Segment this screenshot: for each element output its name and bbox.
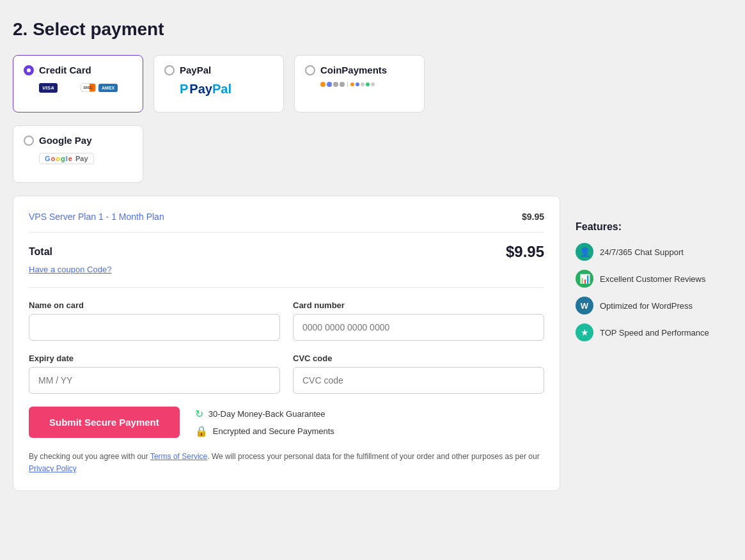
chart-icon: 📊: [576, 270, 593, 288]
right-column: Features: 👤 24/7/365 Chat Support 📊 Exce…: [576, 55, 729, 491]
card-number-group: Card number: [293, 300, 544, 341]
cvc-input[interactable]: [293, 367, 544, 394]
wordpress-icon: W: [576, 297, 593, 315]
expiry-date-group: Expiry date: [29, 354, 280, 394]
secure-payments-text: Encrypted and Secure Payments: [213, 426, 334, 436]
terms-prefix: By checking out you agree with our: [29, 452, 150, 461]
main-layout: Credit Card VISA DISC AMEX PayPal: [13, 55, 729, 491]
payment-methods: Credit Card VISA DISC AMEX PayPal: [13, 55, 560, 113]
features-section: Features: 👤 24/7/365 Chat Support 📊 Exce…: [576, 221, 729, 341]
payment-option-google-pay[interactable]: Google Pay Google Pay: [13, 125, 143, 183]
money-back-text: 30-Day Money-Back Guarantee: [208, 409, 325, 419]
form-expiry-cvc-row: Expiry date CVC code: [29, 354, 544, 394]
feature-wordpress: W Optimized for WordPress: [576, 297, 729, 315]
feature-reviews-text: Excellent Customer Reviews: [600, 274, 705, 284]
google-pay-label: Google Pay: [39, 135, 92, 146]
paypal-logo: P PayPal: [164, 82, 273, 97]
feature-speed-text: TOP Speed and Performance: [600, 328, 709, 338]
expiry-date-input[interactable]: [29, 367, 280, 394]
feature-speed: ★ TOP Speed and Performance: [576, 323, 729, 341]
name-on-card-label: Name on card: [29, 300, 280, 310]
feature-chat-text: 24/7/365 Chat Support: [600, 247, 684, 257]
privacy-policy-link[interactable]: Privacy Policy: [29, 464, 77, 473]
card-number-input[interactable]: [293, 314, 544, 341]
total-amount: $9.95: [506, 243, 544, 261]
features-title: Features:: [576, 221, 729, 233]
terms-middle: . We will process your personal data for…: [207, 452, 539, 461]
card-icons: VISA DISC AMEX: [24, 82, 132, 93]
trust-badges: ↻ 30-Day Money-Back Guarantee 🔒 Encrypte…: [195, 408, 334, 437]
payment-option-credit-card[interactable]: Credit Card VISA DISC AMEX: [13, 55, 143, 113]
terms-text: By checking out you agree with our Terms…: [29, 451, 544, 475]
coinpayments-label: CoinPayments: [320, 65, 387, 75]
amex-icon: AMEX: [98, 84, 118, 92]
google-pay-logo: Google Pay: [39, 153, 94, 164]
name-on-card-group: Name on card: [29, 300, 280, 341]
page-title: 2. Select payment: [13, 19, 732, 40]
secure-payments-badge: 🔒 Encrypted and Secure Payments: [195, 425, 334, 437]
form-name-card-row: Name on card Card number: [29, 300, 544, 341]
feature-customer-reviews: 📊 Excellent Customer Reviews: [576, 270, 729, 288]
mastercard-icon: [60, 82, 78, 93]
feature-wordpress-text: Optimized for WordPress: [600, 301, 693, 311]
left-column: Credit Card VISA DISC AMEX PayPal: [13, 55, 560, 491]
order-plan-row: VPS Server Plan 1 - 1 Month Plan $9.95: [29, 212, 544, 233]
terms-of-service-link[interactable]: Terms of Service: [150, 452, 207, 461]
expiry-date-label: Expiry date: [29, 354, 280, 363]
total-label: Total: [29, 246, 52, 258]
payment-option-paypal[interactable]: PayPal P PayPal: [153, 55, 284, 113]
submit-row: Submit Secure Payment ↻ 30-Day Money-Bac…: [29, 407, 544, 438]
name-on-card-input[interactable]: [29, 314, 280, 341]
feature-chat-support: 👤 24/7/365 Chat Support: [576, 243, 729, 261]
coinpayments-icon: [305, 82, 414, 87]
cvc-group: CVC code: [293, 354, 544, 394]
cvc-label: CVC code: [293, 354, 544, 363]
visa-icon: VISA: [39, 83, 58, 93]
order-section: VPS Server Plan 1 - 1 Month Plan $9.95 T…: [13, 196, 560, 491]
credit-card-label: Credit Card: [39, 65, 91, 75]
total-row: Total $9.95: [29, 243, 544, 261]
radio-coinpayments[interactable]: [305, 65, 315, 75]
submit-payment-button[interactable]: Submit Secure Payment: [29, 407, 180, 438]
payment-option-coinpayments[interactable]: CoinPayments: [294, 55, 425, 113]
refresh-icon: ↻: [195, 408, 203, 420]
plan-name: VPS Server Plan 1 - 1 Month Plan: [29, 212, 164, 222]
person-icon: 👤: [576, 243, 593, 261]
radio-paypal[interactable]: [164, 65, 175, 75]
radio-credit-card[interactable]: [24, 65, 34, 75]
paypal-label: PayPal: [180, 65, 211, 75]
radio-google-pay[interactable]: [24, 136, 34, 146]
google-pay-row: Google Pay Google Pay: [13, 125, 560, 183]
form-divider: [29, 287, 544, 288]
money-back-badge: ↻ 30-Day Money-Back Guarantee: [195, 408, 334, 420]
lock-icon: 🔒: [195, 425, 208, 437]
star-icon: ★: [576, 323, 593, 341]
plan-price: $9.95: [522, 212, 544, 222]
discover-icon: DISC: [81, 83, 96, 92]
coupon-link[interactable]: Have a coupon Code?: [29, 265, 544, 274]
card-number-label: Card number: [293, 300, 544, 310]
